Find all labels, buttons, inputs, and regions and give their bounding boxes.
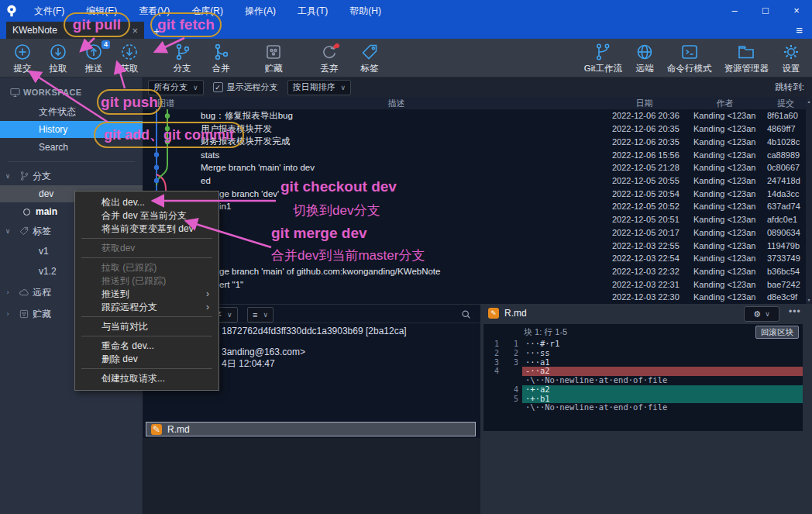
context-menu-item[interactable]: 创建拉取请求...: [75, 372, 218, 385]
table-row[interactable]: in12022-12-05 20:52Kanding <123an637ad74: [143, 200, 806, 213]
toolbar-button-label: 获取: [121, 63, 139, 74]
sidebar-item-history[interactable]: History: [0, 121, 143, 138]
new-line-number: 3: [503, 358, 522, 367]
revert-hunk-button[interactable]: 回滚区块: [755, 326, 799, 339]
table-row[interactable]: 财务报表模块开发完成2022-12-06 20:35Kanding <123an…: [143, 135, 806, 148]
table-row[interactable]: Merge branch 'main' into dev2022-12-05 2…: [143, 161, 806, 174]
commit-hash: afdc0e1: [766, 215, 806, 224]
maximize-button[interactable]: □: [750, 0, 781, 22]
stash-icon: [15, 309, 33, 319]
menu-item[interactable]: 操作(A): [234, 5, 287, 16]
menu-item[interactable]: 文件(F): [23, 5, 75, 16]
sidebar-item-file-status[interactable]: 文件状态: [0, 102, 143, 121]
table-row[interactable]: ert "1"2022-12-03 22:31Kanding <123anbae…: [143, 278, 806, 291]
context-menu-item[interactable]: 检出 dev...: [75, 196, 218, 209]
diff-options-button[interactable]: ⚙ ∨: [744, 306, 779, 322]
table-row[interactable]: ge branch 'main' of github.com:kwongandi…: [143, 265, 806, 278]
file-list-item-rmd[interactable]: ✎ R.md: [146, 422, 476, 436]
tab-kwebnote[interactable]: KWebNote ×: [6, 22, 144, 39]
toolbar-button-label: 设置: [783, 63, 800, 74]
table-row[interactable]: ed2022-12-05 20:55Kanding <123an247418d: [143, 174, 806, 188]
file-list-empty-area: [143, 438, 480, 514]
context-menu-item[interactable]: 跟踪远程分支›: [75, 301, 218, 314]
context-menu-item[interactable]: 重命名 dev...: [75, 340, 218, 353]
commit-date: 2022-12-06 20:35: [604, 137, 684, 147]
table-row[interactable]: 2022-12-03 22:54Kanding <123an3733749: [143, 252, 806, 265]
toolbar-gitflow-button[interactable]: Git工作流: [578, 40, 628, 76]
checkbox-checked-icon[interactable]: ✓: [213, 82, 223, 92]
commit-author: Kanding <123an: [684, 215, 766, 224]
toolbar-terminal-button[interactable]: 命令行模式: [661, 40, 718, 76]
old-line-number: 1: [483, 340, 503, 349]
minimize-button[interactable]: –: [719, 0, 750, 22]
toolbar-fetch-button[interactable]: 获取: [112, 40, 147, 76]
menu-item[interactable]: 工具(T): [287, 5, 339, 16]
menu-separator: [81, 238, 212, 239]
toolbar-stash-button[interactable]: 贮藏: [256, 40, 291, 76]
diff-line-text: ·+·a2: [522, 385, 803, 395]
column-header-author[interactable]: 作者: [684, 97, 766, 109]
hamburger-menu-icon[interactable]: ≡: [796, 23, 803, 36]
close-button[interactable]: ×: [781, 0, 812, 22]
context-menu-item[interactable]: 将当前变更变基到 dev: [75, 223, 218, 236]
more-options-button[interactable]: •••: [789, 306, 801, 317]
table-row[interactable]: 2022-12-05 20:51Kanding <123anafdc0e1: [143, 213, 806, 226]
branch-icon: [15, 171, 33, 181]
toolbar-button-label: 丢弃: [321, 63, 339, 74]
diff-line-text: ·\··No·newline·at·end·of·file: [522, 403, 803, 412]
menu-item[interactable]: 编辑(E): [75, 5, 128, 16]
branch-filter-dropdown[interactable]: 所有分支∨: [148, 80, 204, 95]
search-icon[interactable]: [461, 309, 471, 323]
sidebar-item-search[interactable]: Search: [0, 138, 143, 157]
scroll-up-icon[interactable]: ▴: [806, 98, 812, 104]
commit-description: Merge branch 'main' into dev: [188, 163, 604, 172]
toolbar-branch-button[interactable]: 分支: [164, 40, 200, 76]
toolbar-commit-button[interactable]: 提交: [5, 40, 40, 76]
toolbar-settings-button[interactable]: 设置: [775, 40, 807, 76]
toolbar-discard-button[interactable]: 丢弃: [311, 40, 347, 76]
table-row[interactable]: bug：修复报表导出bug2022-12-06 20:36Kanding <12…: [143, 109, 806, 122]
menu-item[interactable]: 查看(V): [128, 5, 181, 16]
context-menu-item[interactable]: 推送到›: [75, 288, 218, 301]
column-header-date[interactable]: 日期: [604, 97, 684, 109]
toolbar-remote-button[interactable]: 远端: [628, 40, 661, 76]
sort-order-dropdown[interactable]: 按日期排序∨: [287, 80, 352, 95]
branch-context-menu: 检出 dev...合并 dev 至当前分支将当前变更变基到 dev获取dev拉取…: [74, 191, 219, 391]
hunk-label: 块 1: 行 1-5: [524, 326, 567, 338]
view-mode-dropdown[interactable]: ≡∨: [247, 307, 274, 323]
table-row[interactable]: 2022-12-03 22:30Kanding <123and8e3c9f: [143, 291, 806, 304]
sidebar-section-branches[interactable]: ∨ 分支: [0, 167, 143, 185]
table-row[interactable]: 2022-12-05 20:17Kanding <123an0890634: [143, 226, 806, 239]
chevron-down-icon: ∨: [0, 172, 15, 180]
menu-item[interactable]: 仓库(R): [181, 5, 234, 16]
table-row[interactable]: ge branch 'dev'2022-12-05 20:54Kanding <…: [143, 187, 806, 200]
table-row[interactable]: 2022-12-03 22:55Kanding <123an119479b: [143, 239, 806, 252]
commit-description: bug：修复报表导出bug: [188, 110, 604, 122]
chevron-down-icon: ∨: [0, 227, 15, 235]
pull-circle-icon: [48, 42, 68, 62]
new-tab-button[interactable]: +: [153, 23, 160, 39]
column-header-commit[interactable]: 提交: [766, 97, 806, 109]
tab-close-icon[interactable]: ×: [132, 25, 138, 36]
column-header-graph[interactable]: 图谱: [143, 97, 188, 109]
history-panel: 所有分支∨ ✓ 显示远程分支 按日期排序∨ 跳转到: 图谱 描述 日期 作者 提…: [143, 78, 812, 304]
toolbar-pull-button[interactable]: 拉取: [40, 40, 76, 76]
context-menu-item[interactable]: 删除 dev: [75, 353, 218, 366]
merge-icon: [211, 42, 231, 62]
show-remote-checkbox-group[interactable]: ✓ 显示远程分支: [213, 81, 278, 93]
toolbar-tag-button[interactable]: 标签: [352, 40, 387, 76]
context-menu-item[interactable]: 与当前对比: [75, 320, 218, 333]
commit-hash: 3733749: [766, 254, 806, 263]
table-row[interactable]: 用户报表模块开发2022-12-06 20:35Kanding <123an48…: [143, 122, 806, 136]
toolbar-push-button[interactable]: 推送4: [76, 40, 112, 76]
toolbar-explorer-button[interactable]: 资源管理器: [718, 40, 776, 76]
toolbar-merge-button[interactable]: 合并: [203, 40, 239, 76]
table-row[interactable]: stats2022-12-06 15:56Kanding <123anca889…: [143, 148, 806, 161]
context-menu-item[interactable]: 合并 dev 至当前分支: [75, 209, 218, 223]
column-header-description[interactable]: 描述: [188, 97, 604, 109]
menu-item[interactable]: 帮助(H): [339, 5, 392, 16]
scroll-down-icon[interactable]: ▾: [806, 297, 812, 302]
history-scrollbar[interactable]: ▴ ▾: [806, 97, 812, 304]
diff-line-text: ···a1: [522, 358, 803, 367]
commit-hash: b36bc54: [766, 267, 806, 276]
